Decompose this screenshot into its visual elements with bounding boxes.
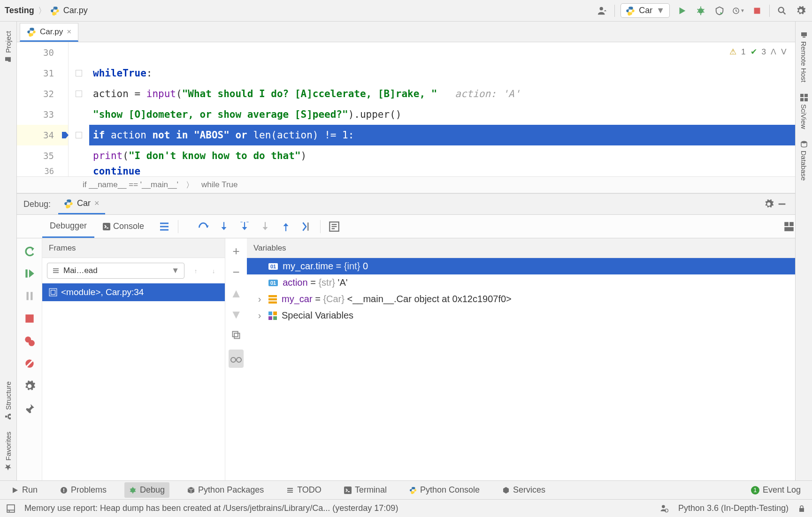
svg-rect-50 xyxy=(799,508,804,512)
project-tool-button[interactable]: Project xyxy=(4,31,12,63)
fold-marker[interactable] xyxy=(76,91,82,97)
chevron-right-icon: 〉 xyxy=(38,5,46,16)
breadcrumb-file[interactable]: Car.py xyxy=(63,6,88,15)
settings-icon[interactable] xyxy=(794,4,807,17)
svg-rect-34 xyxy=(273,316,277,320)
problems-tool-button[interactable]: Problems xyxy=(55,482,111,498)
inspection-profile-icon[interactable] xyxy=(659,504,669,513)
remove-watch-button[interactable]: − xyxy=(232,265,239,280)
variable-row[interactable]: › my_car = {Car} <__main__.Car object at… xyxy=(247,291,795,307)
fold-marker[interactable] xyxy=(76,70,82,76)
resume-button[interactable] xyxy=(23,267,36,280)
sciview-tool-button[interactable]: SciView xyxy=(800,94,808,129)
expand-icon[interactable]: › xyxy=(255,294,264,304)
close-icon[interactable]: × xyxy=(67,27,71,37)
favorites-tool-button[interactable]: Favorites xyxy=(4,432,12,471)
debugger-tab[interactable]: Debugger xyxy=(42,215,94,238)
thread-selector[interactable]: Mai…ead ▼ xyxy=(47,263,184,279)
remote-host-tool-button[interactable]: Remote Host xyxy=(800,31,808,83)
database-tool-button[interactable]: Database xyxy=(800,140,808,181)
minimize-icon[interactable] xyxy=(775,198,789,211)
python-console-tool-button[interactable]: Python Console xyxy=(405,482,484,498)
status-message[interactable]: Memory use report: Heap dump has been cr… xyxy=(24,503,398,513)
frame-up-button[interactable]: ↑ xyxy=(189,264,202,277)
python-icon xyxy=(626,6,635,15)
packages-tool-button[interactable]: Python Packages xyxy=(183,482,268,498)
debug-session-tab[interactable]: Car × xyxy=(58,194,105,214)
status-bar: Memory use report: Heap dump has been cr… xyxy=(0,499,812,517)
python-file-icon xyxy=(27,27,36,37)
glasses-icon[interactable] xyxy=(229,350,244,368)
lock-icon[interactable] xyxy=(798,505,805,512)
interpreter-widget[interactable]: Python 3.6 (In-Depth-Testing) xyxy=(678,503,789,513)
frame-down-button[interactable]: ↓ xyxy=(207,264,220,277)
inspection-widget[interactable]: ⚠1 ✔3 ᐱ ᐯ xyxy=(729,47,787,57)
svg-rect-15 xyxy=(25,269,27,277)
structure-tool-button[interactable]: Structure xyxy=(4,381,12,420)
pin-icon[interactable] xyxy=(23,403,36,415)
pause-button[interactable] xyxy=(23,290,36,302)
account-icon[interactable] xyxy=(596,4,609,17)
svg-rect-29 xyxy=(268,298,277,300)
breadcrumb-project[interactable]: Testing xyxy=(5,6,34,15)
variable-row[interactable]: 01 my_car.time = {int} 0 xyxy=(247,258,795,274)
svg-rect-13 xyxy=(789,222,794,226)
profile-button[interactable]: ▼ xyxy=(732,4,745,17)
console-tab[interactable]: Console xyxy=(95,216,152,237)
copy-icon[interactable] xyxy=(231,328,241,343)
threads-icon[interactable] xyxy=(158,220,170,233)
todo-tool-button[interactable]: TODO xyxy=(282,482,326,498)
force-step-into-icon[interactable] xyxy=(259,220,271,233)
event-log-tool-button[interactable]: 1Event Log xyxy=(746,482,805,498)
type-badge: 01 xyxy=(268,280,278,286)
svg-rect-37 xyxy=(800,94,804,97)
expand-icon[interactable]: › xyxy=(255,310,264,321)
chevron-down-icon[interactable]: ᐯ xyxy=(781,47,787,57)
arrow-up-icon[interactable]: ▲ xyxy=(230,286,242,301)
run-config-selector[interactable]: Car ▼ xyxy=(620,3,670,18)
rerun-button[interactable] xyxy=(23,245,36,257)
coverage-button[interactable] xyxy=(713,4,726,17)
stop-button[interactable] xyxy=(751,4,764,17)
debug-settings-icon[interactable] xyxy=(23,380,36,392)
arrow-down-icon[interactable]: ▼ xyxy=(230,307,242,322)
bottom-tool-bar: Run Problems Debug Python Packages TODO … xyxy=(0,480,812,499)
layout-icon[interactable] xyxy=(783,220,795,233)
stack-frame[interactable]: <module>, Car.py:34 xyxy=(42,283,225,301)
view-breakpoints-button[interactable] xyxy=(23,335,36,347)
step-over-icon[interactable] xyxy=(197,220,209,233)
tool-windows-icon[interactable] xyxy=(7,504,15,513)
run-button[interactable] xyxy=(675,4,689,17)
add-watch-button[interactable]: + xyxy=(232,244,239,258)
search-icon[interactable] xyxy=(775,4,789,17)
svg-rect-33 xyxy=(268,316,272,320)
chevron-up-icon[interactable]: ᐱ xyxy=(771,47,776,57)
debug-toolbar: Debugger Console xyxy=(17,215,795,238)
chevron-down-icon: ▼ xyxy=(171,266,179,275)
variable-row[interactable]: › Special Variables xyxy=(247,307,795,324)
debug-tool-button[interactable]: Debug xyxy=(124,482,169,498)
gear-icon[interactable] xyxy=(762,198,775,211)
variable-row[interactable]: 01 action = {str} 'A' xyxy=(247,274,795,291)
svg-rect-30 xyxy=(268,301,277,304)
step-into-icon[interactable] xyxy=(218,220,230,233)
debug-run-controls xyxy=(17,238,42,480)
fold-marker[interactable] xyxy=(76,132,82,138)
close-icon[interactable]: × xyxy=(94,198,100,208)
fold-gutter xyxy=(69,42,89,176)
evaluate-icon[interactable] xyxy=(328,220,340,233)
services-tool-button[interactable]: Services xyxy=(498,482,550,498)
run-to-cursor-icon[interactable] xyxy=(300,220,313,233)
right-tool-gutter: Remote Host SciView Database xyxy=(795,22,812,480)
editor[interactable]: 30 31 32 33 34 35 36 ⚠ xyxy=(17,42,795,176)
stop-button[interactable] xyxy=(23,312,36,325)
editor-tab[interactable]: Car.py × xyxy=(20,23,78,42)
terminal-tool-button[interactable]: Terminal xyxy=(339,482,391,498)
step-out-icon[interactable] xyxy=(280,220,292,233)
mute-breakpoints-button[interactable] xyxy=(23,357,36,370)
svg-rect-23 xyxy=(51,290,55,295)
svg-point-41 xyxy=(801,141,807,143)
debug-button[interactable] xyxy=(694,4,707,17)
step-into-my-icon[interactable] xyxy=(238,220,251,233)
run-tool-button[interactable]: Run xyxy=(7,482,42,498)
